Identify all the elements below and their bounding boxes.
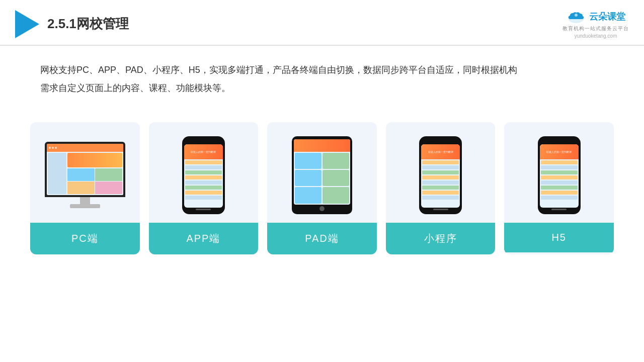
phone-app-icon: 职途人的第一堂判断课 [182, 136, 225, 214]
pad-icon [292, 136, 352, 214]
card-pc-label: PC端 [30, 223, 140, 254]
card-miniprogram-label: 小程序 [386, 223, 496, 254]
cloud-icon [566, 9, 586, 24]
page-title: 2.5.1网校管理 [47, 15, 129, 33]
svg-point-1 [575, 14, 578, 17]
cards-section: PC端 职途人的第一堂判断课 [0, 107, 644, 254]
card-app-image: 职途人的第一堂判断课 [149, 122, 259, 223]
description: 网校支持PC、APP、PAD、小程序、H5，实现多端打通，产品各终端自由切换，数… [0, 46, 644, 102]
card-pad: PAD端 [267, 122, 377, 254]
header-left: 2.5.1网校管理 [15, 10, 129, 38]
header: 2.5.1网校管理 云朵课堂 教育机构一站式服务云平台 yunduoketang… [0, 0, 644, 46]
card-app-label: APP端 [149, 223, 259, 254]
brand-tagline: 教育机构一站式服务云平台 [562, 25, 629, 32]
card-h5-label: H5 [504, 223, 614, 252]
play-icon [15, 10, 39, 38]
phone-h5-icon: 职途人的第一堂判断课 [538, 136, 581, 214]
brand-url: yunduoketang.com [575, 33, 617, 39]
brand-name: 云朵课堂 [589, 11, 625, 23]
brand-logo: 云朵课堂 [566, 9, 625, 24]
description-line1: 网校支持PC、APP、PAD、小程序、H5，实现多端打通，产品各终端自由切换，数… [40, 61, 604, 79]
card-pad-label: PAD端 [267, 223, 377, 254]
phone-miniprogram-icon: 职途人的第一堂判断课 [419, 136, 462, 214]
card-h5: 职途人的第一堂判断课 [504, 122, 614, 254]
card-pad-image [267, 122, 377, 223]
card-miniprogram-image: 职途人的第一堂判断课 [386, 122, 496, 223]
header-right: 云朵课堂 教育机构一站式服务云平台 yunduoketang.com [562, 9, 629, 39]
card-pc-image [30, 122, 140, 223]
card-pc: PC端 [30, 122, 140, 254]
card-miniprogram: 职途人的第一堂判断课 [386, 122, 496, 254]
pc-monitor-icon [45, 142, 125, 208]
card-h5-image: 职途人的第一堂判断课 [504, 122, 614, 223]
description-line2: 需求自定义页面上的内容、课程、功能模块等。 [40, 79, 604, 97]
card-app: 职途人的第一堂判断课 [149, 122, 259, 254]
